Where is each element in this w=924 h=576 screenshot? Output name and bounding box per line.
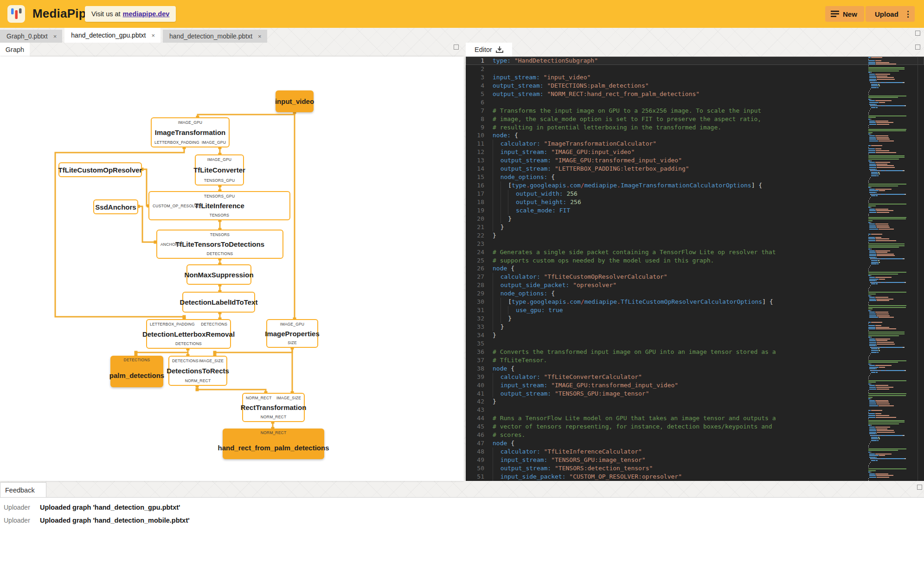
tab-graph[interactable]: Graph — [0, 43, 30, 57]
port-label-TENSORS: TENSORS — [210, 213, 230, 218]
code-line-20: 20} — [466, 215, 924, 223]
minimap-line — [868, 82, 907, 83]
minimap-line — [868, 130, 907, 132]
code-line-24: 24# Generates a single side packet conta… — [466, 248, 924, 256]
minimap-line — [868, 218, 907, 220]
line-number: 45 — [466, 422, 484, 431]
port-label-IMAGE_GPU: IMAGE_GPU — [178, 120, 202, 125]
graph-node-NonMaxSuppression[interactable]: NonMaxSuppression — [186, 264, 251, 285]
close-tab-icon[interactable]: × — [257, 33, 263, 40]
code-line-29: 29node_options: { — [466, 289, 924, 298]
code-line-15: 15node_options: { — [466, 173, 924, 181]
code-line-37: 37# TfLiteTensor. — [466, 356, 924, 365]
graph-node-SsdAnchors[interactable]: SsdAnchors — [93, 199, 138, 214]
minimap-line — [868, 183, 907, 185]
graph-node-TfLiteCustomOpResolver[interactable]: TfLiteCustomOpResolver — [58, 162, 142, 177]
more-options-icon[interactable]: ⋮ — [904, 10, 912, 18]
port-label-NORM_RECT: NORM_RECT — [246, 396, 272, 400]
graph-canvas[interactable]: input_videoIMAGE_GPUImageTransformationL… — [0, 57, 464, 481]
line-number: 13 — [466, 156, 484, 165]
code-line-32: 32} — [466, 314, 924, 323]
close-tab-icon[interactable]: × — [150, 32, 156, 39]
code-line-14: 14output_stream: "LETTERBOX_PADDING:lett… — [466, 165, 924, 173]
code-line-28: 28output_side_packet: "opresolver" — [466, 281, 924, 289]
graph-node-TfLiteConverter[interactable]: IMAGE_GPUTfLiteConverterTENSORS_GPU — [195, 154, 244, 186]
code-line-48: 48calculator: "TfLiteInferenceCalculator… — [466, 448, 924, 456]
line-number: 27 — [466, 273, 484, 281]
port-label-DETECTIONS: DETECTIONS — [172, 358, 199, 363]
file-tab-Graph_0.pbtxt[interactable]: Graph_0.pbtxt× — [0, 30, 62, 43]
mediapipe-dev-link[interactable]: mediapipe.dev — [123, 10, 170, 18]
code-line-35: 35 — [466, 339, 924, 348]
mediapipe-logo-icon[interactable] — [7, 5, 25, 23]
line-number: 38 — [466, 365, 484, 373]
graph-node-input_video[interactable]: input_video — [276, 90, 314, 112]
file-tab-hand_detection_mobile.pbtxt[interactable]: hand_detection_mobile.pbtxt× — [163, 30, 267, 43]
code-line-46: 46# scores. — [466, 431, 924, 439]
graph-expand-icon[interactable] — [454, 45, 459, 50]
close-tab-icon[interactable]: × — [52, 33, 58, 40]
graph-node-DetectionsToRects[interactable]: DETECTIONSIMAGE_SIZEDetectionsToRectsNOR… — [168, 356, 227, 386]
port-label-IMAGE_SIZE: IMAGE_SIZE — [276, 396, 301, 400]
graph-node-hand_rect_from_palm_detections[interactable]: NORM_RECThand_rect_from_palm_detections — [223, 429, 324, 459]
graph-node-TfLiteTensorsToDetections[interactable]: TENSORSANCHORSTfLiteTensorsToDetectionsD… — [156, 230, 283, 259]
code-editor[interactable]: 1type: "HandDetectionSubgraph"23input_st… — [466, 57, 924, 481]
line-number: 41 — [466, 390, 484, 398]
download-icon[interactable] — [496, 46, 503, 53]
node-name: DetectionLabelIdToText — [180, 298, 258, 306]
line-number: 18 — [466, 198, 484, 206]
line-number: 34 — [466, 331, 484, 339]
feedback-tab-label: Feedback — [5, 486, 35, 494]
port-label-CUSTOM_OP_RESOLVER: CUSTOM_OP_RESOLVER — [153, 204, 203, 208]
graph-node-palm_detections[interactable]: DETECTIONSpalm_detections — [110, 356, 163, 387]
mediapipe-visualizer: MediaPipe Visit us at mediapipe.dev New … — [0, 0, 924, 576]
code-line-27: 27calculator: "TfLiteCustomOpResolverCal… — [466, 273, 924, 281]
line-number: 23 — [466, 240, 484, 248]
line-number: 9 — [466, 123, 484, 132]
graph-node-TfLiteInference[interactable]: TENSORS_GPUCUSTOM_OP_RESOLVERTfLiteInfer… — [148, 191, 290, 220]
feedback-expand-icon[interactable] — [917, 485, 922, 490]
graph-tab-label: Graph — [6, 46, 24, 53]
graph-node-DetectionLabelIdToText[interactable]: DetectionLabelIdToText — [182, 292, 255, 313]
editor-scrollbar[interactable] — [918, 57, 918, 481]
code-line-11: 11calculator: "ImageTransformationCalcul… — [466, 140, 924, 148]
line-number: 17 — [466, 190, 484, 198]
visit-us-badge: Visit us at mediapipe.dev — [85, 6, 176, 22]
line-number: 32 — [466, 314, 484, 323]
graph-node-ImageTransformation[interactable]: IMAGE_GPUImageTransformationLETTERBOX_PA… — [151, 117, 230, 147]
tab-editor[interactable]: Editor — [466, 43, 512, 57]
code-line-47: 47node { — [466, 439, 924, 448]
line-number: 43 — [466, 406, 484, 414]
code-line-41: 41output_stream: "TENSORS_GPU:image_tens… — [466, 390, 924, 398]
file-tab-hand_detection_gpu.pbtxt[interactable]: hand_detection_gpu.pbtxt× — [64, 28, 160, 43]
code-line-33: 33} — [466, 323, 924, 331]
line-number: 31 — [466, 306, 484, 314]
port-label-LETTERBOX_PADDING: LETTERBOX_PADDING — [154, 140, 199, 145]
code-line-45: 45# vector of tensors representing, for … — [466, 422, 924, 431]
port-label-ANCHORS: ANCHORS — [160, 242, 181, 247]
code-line-25: 25# supports custom ops needed by the mo… — [466, 256, 924, 265]
code-line-36: 36# Converts the transformed input image… — [466, 348, 924, 356]
layout-expand-top-icon[interactable] — [915, 31, 920, 36]
editor-expand-icon[interactable] — [915, 45, 920, 50]
port-label-SIZE: SIZE — [288, 340, 297, 345]
code-line-19: 19scale_mode: FIT — [466, 206, 924, 215]
code-line-13: 13output_stream: "IMAGE_GPU:transformed_… — [466, 156, 924, 165]
code-line-2: 2 — [466, 65, 924, 73]
tab-feedback[interactable]: Feedback — [0, 482, 46, 497]
new-button[interactable]: New — [825, 6, 864, 22]
code-line-40: 40input_stream: "IMAGE_GPU:transformed_i… — [466, 381, 924, 390]
graph-node-DetectionLetterboxRemoval[interactable]: LETTERBOX_PADDINGDETECTIONSDetectionLett… — [146, 319, 231, 349]
line-number: 22 — [466, 231, 484, 240]
port-label-NORM_RECT: NORM_RECT — [261, 415, 287, 419]
new-button-label: New — [843, 10, 857, 18]
node-name: DetectionLetterboxRemoval — [142, 330, 235, 338]
line-number: 21 — [466, 223, 484, 231]
upload-button[interactable]: Upload ⋮ — [866, 6, 915, 22]
code-line-49: 49input_stream: "TENSORS_GPU:image_tenso… — [466, 456, 924, 464]
graph-node-RectTransformation[interactable]: NORM_RECTIMAGE_SIZERectTransformationNOR… — [242, 393, 305, 422]
editor-minimap[interactable] — [868, 57, 907, 481]
code-line-38: 38node { — [466, 365, 924, 373]
graph-node-ImageProperties[interactable]: IMAGE_GPUImagePropertiesSIZE — [266, 319, 318, 348]
node-name: RectTransformation — [241, 403, 307, 411]
